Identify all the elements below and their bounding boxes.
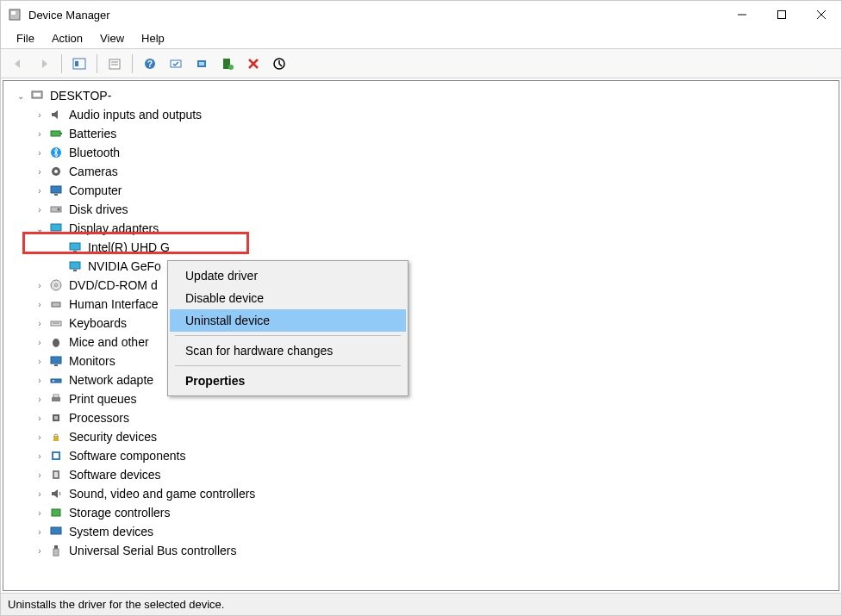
svg-rect-44 — [51, 357, 61, 364]
tree-mice[interactable]: Mice and other — [7, 333, 835, 352]
expander-icon[interactable] — [33, 278, 47, 292]
update-driver-button[interactable] — [190, 52, 214, 76]
expander-icon[interactable] — [33, 165, 47, 178]
expander-icon[interactable] — [33, 184, 47, 197]
context-menu-separator — [175, 365, 401, 366]
add-legacy-hardware-button[interactable] — [215, 52, 240, 76]
disable-device-button[interactable] — [267, 52, 291, 76]
maximize-button[interactable] — [762, 1, 801, 28]
forward-button[interactable] — [32, 52, 56, 76]
context-scan-hardware[interactable]: Scan for hardware changes — [170, 339, 406, 362]
svg-rect-59 — [54, 545, 58, 549]
tree-disk[interactable]: Disk drives — [7, 200, 835, 219]
svg-rect-60 — [53, 549, 59, 556]
battery-icon — [48, 126, 64, 141]
svg-rect-51 — [54, 416, 58, 420]
context-update-driver[interactable]: Update driver — [170, 264, 406, 287]
expander-icon[interactable] — [33, 392, 47, 406]
tree-printqueues[interactable]: Print queues — [7, 389, 835, 408]
tree-usb[interactable]: Universal Serial Bus controllers — [7, 541, 835, 560]
properties-button[interactable] — [103, 52, 127, 76]
tree-root[interactable]: DESKTOP- — [7, 86, 835, 105]
expander-icon[interactable] — [33, 127, 47, 140]
tree-bluetooth[interactable]: Bluetooth — [7, 143, 835, 162]
disk-icon — [48, 202, 64, 217]
menu-view[interactable]: View — [91, 30, 133, 47]
svg-rect-23 — [51, 131, 60, 136]
expander-icon[interactable] — [33, 468, 47, 482]
tree-sound[interactable]: Sound, video and game controllers — [7, 484, 835, 503]
show-hide-console-tree-button[interactable] — [67, 52, 91, 76]
close-button[interactable] — [801, 1, 841, 28]
svg-rect-48 — [52, 397, 60, 401]
help-button[interactable]: ? — [138, 52, 162, 76]
context-uninstall-device[interactable]: Uninstall device — [170, 309, 406, 332]
tree-computer[interactable]: Computer — [7, 181, 835, 200]
usb-icon — [48, 543, 64, 558]
svg-rect-46 — [51, 379, 61, 383]
mouse-icon — [48, 334, 64, 350]
expander-icon[interactable] — [33, 354, 47, 368]
tree-nvidia[interactable]: NVIDIA GeFo — [7, 257, 835, 276]
tree-storage[interactable]: Storage controllers — [7, 503, 835, 522]
expander-icon[interactable] — [33, 449, 47, 463]
tree-security[interactable]: Security devices — [7, 427, 835, 446]
menu-help[interactable]: Help — [133, 30, 173, 47]
display-adapter-icon — [67, 258, 83, 274]
expander-icon[interactable] — [33, 430, 47, 444]
sound-icon — [48, 486, 64, 501]
expander-icon[interactable] — [33, 221, 47, 235]
svg-rect-35 — [73, 251, 77, 252]
network-icon — [48, 372, 64, 388]
back-button[interactable] — [6, 52, 30, 76]
expander-icon[interactable] — [33, 316, 47, 330]
tree-display-adapters[interactable]: Display adapters — [7, 219, 835, 238]
tree-keyboards[interactable]: Keyboards — [7, 314, 835, 333]
expander-icon[interactable] — [33, 297, 47, 311]
uninstall-device-button[interactable] — [241, 52, 265, 76]
tree-hid[interactable]: Human Interface — [7, 295, 835, 314]
expander-icon[interactable] — [33, 108, 47, 121]
scan-hardware-changes-button[interactable] — [164, 52, 188, 76]
expander-icon[interactable] — [33, 202, 47, 216]
svg-rect-33 — [54, 232, 58, 233]
menu-action[interactable]: Action — [43, 30, 91, 47]
minimize-button[interactable] — [722, 1, 762, 28]
toolbar-separator — [97, 54, 97, 73]
context-properties[interactable]: Properties — [170, 370, 406, 392]
context-menu: Update driver Disable device Uninstall d… — [167, 260, 409, 396]
expander-icon[interactable] — [33, 335, 47, 349]
expander-icon[interactable] — [33, 525, 47, 538]
tree-processors[interactable]: Processors — [7, 408, 835, 427]
svg-rect-45 — [54, 364, 58, 366]
svg-point-43 — [53, 339, 59, 347]
tree-intel-uhd[interactable]: Intel(R) UHD G — [7, 238, 835, 257]
expander-icon[interactable] — [33, 411, 47, 425]
tree-cameras[interactable]: Cameras — [7, 162, 835, 181]
expander-icon[interactable] — [33, 146, 47, 159]
expander-icon[interactable] — [33, 373, 47, 387]
tree-system[interactable]: System devices — [7, 522, 835, 541]
svg-rect-49 — [53, 395, 59, 397]
svg-rect-29 — [54, 194, 58, 196]
tree-sw-devices[interactable]: Software devices — [7, 465, 835, 484]
display-adapter-icon — [48, 221, 64, 236]
tree-audio[interactable]: Audio inputs and outputs — [7, 105, 835, 124]
tree-sw-components[interactable]: Software components — [7, 446, 835, 465]
tree-batteries[interactable]: Batteries — [7, 124, 835, 143]
tree-dvd[interactable]: DVD/CD-ROM d — [7, 276, 835, 295]
expander-icon[interactable] — [33, 544, 47, 557]
expander-icon[interactable] — [33, 487, 47, 501]
tree-monitors[interactable]: Monitors — [7, 352, 835, 370]
toolbar: ? — [1, 49, 841, 78]
device-tree[interactable]: DESKTOP- Audio inputs and outputs Batter… — [3, 80, 839, 591]
svg-text:?: ? — [147, 59, 153, 69]
expander-icon[interactable] — [33, 506, 47, 520]
statusbar: Uninstalls the driver for the selected d… — [1, 593, 841, 615]
context-disable-device[interactable]: Disable device — [170, 287, 406, 309]
tree-network[interactable]: Network adapte — [7, 370, 835, 389]
expander-icon[interactable] — [14, 89, 28, 103]
titlebar: Device Manager — [1, 1, 841, 28]
svg-rect-3 — [778, 11, 786, 19]
menu-file[interactable]: File — [8, 30, 43, 47]
